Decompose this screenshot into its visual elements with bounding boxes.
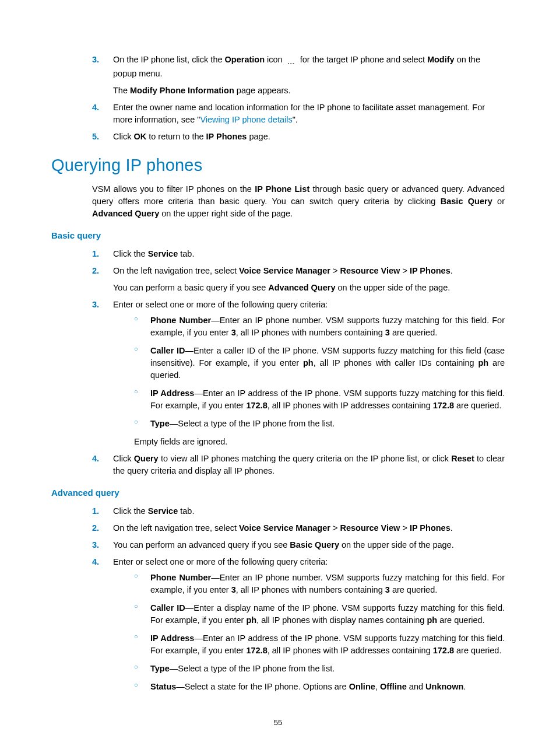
heading-advanced-query: Advanced query (51, 487, 505, 499)
text: —Select a state for the IP phone. Option… (176, 682, 349, 691)
step-marker: 2. (92, 522, 99, 534)
basic-step-4: 4. Click Query to view all IP phones mat… (92, 453, 505, 477)
step-marker: 2. (92, 265, 99, 277)
text: You can perform a basic query if you see (113, 283, 268, 292)
step-marker: 3. (92, 539, 99, 551)
bold: Offline (380, 682, 407, 691)
bold: Type (150, 664, 170, 673)
text: On the IP phone list, click the (113, 55, 225, 64)
link-viewing-details[interactable]: Viewing IP phone details (200, 115, 292, 124)
basic-step-1: 1. Click the Service tab. (92, 248, 505, 260)
bold: Basic Query (441, 197, 492, 206)
criteria-type: ○Type—Select a type of the IP phone from… (134, 418, 505, 430)
text: Click (113, 132, 133, 141)
text: to return to the (146, 132, 206, 141)
text: , all IP phones with numbers containing (236, 328, 385, 337)
bold: Caller ID (150, 603, 185, 612)
step-5: 5. Click OK to return to the IP Phones p… (92, 131, 505, 143)
bold: 3 (385, 585, 390, 594)
step-3-note: The Modify Phone Information page appear… (92, 85, 505, 97)
circle-icon: ○ (134, 572, 138, 581)
criteria-caller-id: ○Caller ID—Enter a display name of the I… (134, 602, 505, 626)
criteria-caller-id: ○Caller ID—Enter a caller ID of the IP p… (134, 345, 505, 382)
bold: Resource View (340, 266, 400, 275)
criteria-type: ○Type—Select a type of the IP phone from… (134, 663, 505, 675)
bold: Advanced Query (268, 283, 335, 292)
text: are queried. (390, 585, 437, 594)
criteria-status: ○Status—Select a state for the IP phone.… (134, 681, 505, 693)
step-marker: 4. (92, 556, 99, 568)
bold: Resource View (340, 523, 400, 533)
text: Enter the owner name and location inform… (113, 103, 485, 124)
bold: OK (133, 132, 146, 141)
step-marker: 5. (92, 131, 99, 143)
adv-step-1: 1. Click the Service tab. (92, 505, 505, 517)
bold: Service (148, 506, 178, 516)
bold: 172.8 (433, 401, 454, 410)
bold: 3 (385, 328, 390, 337)
bold: Voice Service Manager (239, 266, 330, 275)
text: The (113, 86, 130, 95)
bold: ph (427, 615, 437, 625)
bold: 3 (231, 328, 236, 337)
step-marker: 3. (92, 54, 99, 66)
text: Enter or select one or more of the follo… (113, 300, 328, 309)
bold: 3 (231, 585, 236, 594)
bold: Modify (427, 55, 455, 64)
text: are queried. (454, 646, 501, 655)
page: 3. On the IP phone list, click the Opera… (0, 0, 556, 756)
step-marker: 3. (92, 299, 99, 311)
text: Enter or select one or more of the follo… (113, 557, 328, 566)
bold: Status (150, 682, 176, 691)
advanced-block: 1. Click the Service tab. 2. On the left… (51, 505, 505, 693)
bold: IP Phone List (255, 184, 309, 194)
step-marker: 4. (92, 102, 99, 114)
text: > (330, 266, 340, 275)
intro-paragraph: VSM allows you to filter IP phones on th… (92, 183, 505, 220)
circle-icon: ○ (134, 681, 138, 690)
text: On the left navigation tree, select (113, 523, 239, 533)
text: , (375, 682, 380, 691)
page-number: 55 (0, 718, 556, 727)
step-3: 3. On the IP phone list, click the Opera… (92, 54, 505, 80)
text: on the upper side of the page. (339, 540, 454, 550)
text: or (492, 197, 505, 206)
bold: IP Phones (206, 132, 247, 141)
bold: IP Address (150, 388, 194, 398)
text: > (330, 523, 340, 533)
basic-step-3: 3. Enter or select one or more of the fo… (92, 299, 505, 448)
text: are queried. (390, 328, 437, 337)
bold: IP Address (150, 634, 194, 643)
step-marker: 4. (92, 453, 99, 465)
bold: IP Phones (410, 266, 451, 275)
text: on the upper right side of the page. (159, 209, 293, 218)
bold: Phone Number (150, 316, 211, 325)
adv-step-4: 4. Enter or select one or more of the fo… (92, 556, 505, 693)
text: , all IP phones with IP addresses contai… (268, 401, 433, 410)
criteria-ip-address: ○IP Address—Enter an IP address of the I… (134, 632, 505, 657)
text: —Select a type of the IP phone from the … (170, 419, 335, 428)
circle-icon: ○ (134, 602, 138, 611)
bold: 172.8 (246, 646, 267, 655)
bold: Online (349, 682, 375, 691)
text: , all IP phones with IP addresses contai… (268, 646, 433, 655)
text: to view all IP phones matching the query… (159, 454, 452, 463)
text: ". (293, 115, 298, 124)
text: tab. (178, 506, 194, 516)
empty-fields-note: Empty fields are ignored. (134, 436, 505, 448)
basic-step-2: 2. On the left navigation tree, select V… (92, 265, 505, 277)
criteria-ip-address: ○IP Address—Enter an IP address of the I… (134, 387, 505, 412)
text: icon (265, 55, 285, 64)
bold: ph (303, 358, 314, 368)
circle-icon: ○ (134, 345, 138, 354)
step-marker: 1. (92, 505, 99, 517)
text: on the upper side of the page. (336, 283, 451, 292)
bold: Advanced Query (92, 209, 159, 218)
operation-icon: … (285, 57, 298, 68)
intro-block: VSM allows you to filter IP phones on th… (51, 183, 505, 220)
bold: Modify Phone Information (130, 86, 234, 95)
bold: 172.8 (433, 646, 454, 655)
adv-step-3: 3. You can perform an advanced query if … (92, 539, 505, 551)
bold: Phone Number (150, 573, 211, 582)
bold: Query (134, 454, 159, 463)
